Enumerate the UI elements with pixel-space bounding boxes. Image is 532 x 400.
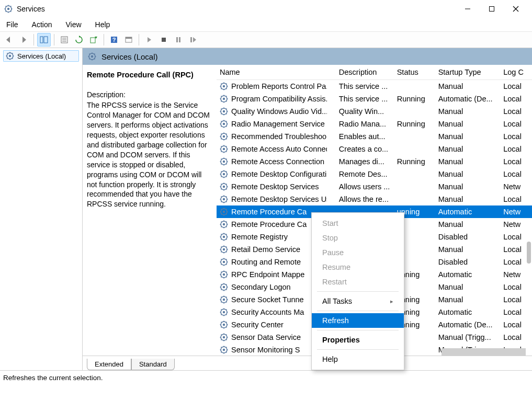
menu-action[interactable]: Action — [30, 19, 54, 30]
service-name: Security Accounts Ma — [231, 308, 304, 316]
tab-extended[interactable]: Extended — [87, 359, 131, 370]
gear-icon — [220, 295, 228, 304]
action-button[interactable] — [122, 33, 135, 47]
export-list-button[interactable] — [87, 33, 100, 47]
show-hide-tree-button[interactable] — [37, 33, 51, 47]
stop-button[interactable] — [157, 33, 171, 47]
nav-back-button[interactable] — [2, 33, 16, 47]
service-startup: Manual — [435, 293, 501, 306]
nav-forward-button[interactable] — [17, 33, 30, 47]
vertical-scrollbar[interactable] — [527, 242, 531, 264]
help-button[interactable]: ? — [107, 33, 121, 47]
gear-icon — [220, 333, 228, 341]
minimize-button[interactable] — [456, 1, 480, 17]
pause-button[interactable] — [172, 33, 185, 47]
service-startup: Manual — [435, 105, 501, 118]
svg-rect-24 — [126, 37, 132, 39]
play-button[interactable] — [142, 33, 156, 47]
svg-rect-25 — [162, 38, 166, 42]
service-name: Remote Access Connection ... — [231, 157, 327, 166]
service-desc: Allows users ... — [336, 180, 394, 193]
col-logon[interactable]: Log C — [500, 65, 532, 80]
ctx-properties[interactable]: Properties — [312, 333, 404, 347]
service-status — [394, 168, 435, 180]
ctx-refresh[interactable]: Refresh — [312, 313, 404, 328]
restart-button[interactable] — [186, 33, 200, 47]
service-name: Problem Reports Control Pa... — [231, 82, 327, 90]
refresh-button[interactable] — [72, 33, 86, 47]
view-tabs: Extended Standard — [83, 356, 532, 370]
table-row[interactable]: Remote Access Auto Connec...Creates a co… — [217, 143, 532, 155]
gear-icon — [220, 157, 228, 166]
ctx-pause[interactable]: Pause — [312, 245, 404, 260]
table-row[interactable]: Remote Desktop Configurati...Remote Des.… — [217, 168, 532, 180]
table-row[interactable]: Program Compatibility Assis...This servi… — [217, 93, 532, 105]
table-row[interactable]: Problem Reports Control Pa...This servic… — [217, 80, 532, 93]
col-status[interactable]: Status — [394, 65, 435, 80]
gear-icon — [88, 52, 96, 61]
service-desc: Radio Mana... — [336, 118, 394, 130]
ctx-stop[interactable]: Stop — [312, 231, 404, 245]
service-startup: Automatic — [435, 306, 501, 318]
gear-icon — [220, 82, 228, 90]
service-logon: Local — [500, 93, 532, 105]
table-row[interactable]: Radio Management ServiceRadio Mana...Run… — [217, 118, 532, 130]
maximize-button[interactable] — [480, 1, 504, 17]
service-logon: Local — [500, 143, 532, 155]
service-logon: Netw — [500, 268, 532, 281]
service-name: Remote Procedure Ca — [231, 220, 307, 228]
menu-bar: File Action View Help — [0, 18, 532, 31]
app-icon — [4, 5, 13, 13]
ctx-start[interactable]: Start — [312, 216, 404, 231]
service-startup: Manual — [435, 130, 501, 143]
service-name: Remote Desktop Services — [231, 182, 319, 191]
table-row[interactable]: Recommended Troubleshoo...Enables aut...… — [217, 130, 532, 143]
menu-help[interactable]: Help — [93, 19, 112, 30]
table-row[interactable]: Remote Access Connection ...Manages di..… — [217, 155, 532, 168]
gear-icon — [220, 233, 228, 241]
table-row[interactable]: Remote Desktop Services Us...Allows the … — [217, 193, 532, 205]
table-row[interactable]: Remote Desktop ServicesAllows users ...M… — [217, 180, 532, 193]
svg-rect-11 — [490, 7, 494, 12]
service-logon: Local — [500, 105, 532, 118]
service-startup: Manual (Trigg... — [435, 331, 501, 344]
service-logon: Local — [500, 168, 532, 180]
svg-rect-28 — [190, 37, 192, 42]
ctx-help[interactable]: Help — [312, 352, 404, 367]
col-description[interactable]: Description — [336, 65, 394, 80]
service-name: Remote Procedure Ca — [231, 208, 307, 216]
service-startup: Manual — [435, 180, 501, 193]
ctx-all-tasks[interactable]: All Tasks▸ — [312, 294, 404, 308]
properties-button[interactable] — [58, 33, 71, 47]
service-status — [394, 143, 435, 155]
col-startup[interactable]: Startup Type — [435, 65, 501, 80]
col-name[interactable]: Name — [217, 65, 336, 80]
svg-rect-15 — [44, 37, 48, 43]
service-logon: Local — [500, 293, 532, 306]
service-status: Running — [394, 93, 435, 105]
service-desc: Creates a co... — [336, 143, 394, 155]
chevron-right-icon: ▸ — [390, 298, 393, 305]
service-name: Remote Access Auto Connec... — [231, 145, 327, 153]
menu-view[interactable]: View — [63, 19, 83, 30]
svg-text:?: ? — [112, 37, 116, 43]
service-startup: Disabled — [435, 256, 501, 268]
service-name: Recommended Troubleshoo... — [231, 132, 327, 141]
ctx-resume[interactable]: Resume — [312, 260, 404, 275]
close-button[interactable] — [504, 1, 528, 17]
gear-icon — [220, 220, 228, 228]
menu-file[interactable]: File — [4, 19, 20, 30]
column-headers[interactable]: Name Description Status Startup Type Log… — [217, 65, 532, 80]
service-name: RPC Endpoint Mappe — [231, 270, 304, 279]
service-startup: Disabled — [435, 231, 501, 243]
horizontal-scrollbar[interactable] — [442, 348, 526, 356]
svg-rect-20 — [90, 38, 95, 43]
service-startup: Manual — [435, 193, 501, 205]
gear-icon — [220, 321, 228, 329]
service-desc: Enables aut... — [336, 130, 394, 143]
tree-root-item[interactable]: Services (Local) — [3, 50, 79, 62]
table-row[interactable]: Quality Windows Audio Vid...Quality Win.… — [217, 105, 532, 118]
ctx-restart[interactable]: Restart — [312, 275, 404, 289]
tab-standard[interactable]: Standard — [131, 359, 175, 370]
gear-icon — [220, 107, 228, 116]
